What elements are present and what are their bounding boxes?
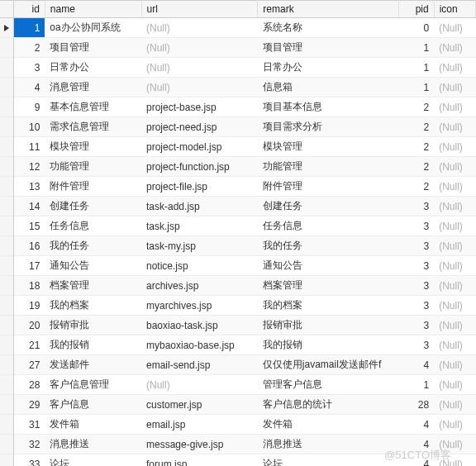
row-marker[interactable] [0, 375, 13, 395]
cell-remark[interactable]: 发件箱 [258, 415, 399, 435]
header-id[interactable]: id [13, 1, 45, 18]
cell-url[interactable]: notice.jsp [141, 256, 258, 276]
cell-icon[interactable]: (Null) [434, 58, 475, 78]
table-row[interactable]: 13附件管理project-file.jsp附件管理2(Null) [0, 177, 476, 197]
cell-id[interactable]: 28 [13, 375, 45, 395]
cell-icon[interactable]: (Null) [434, 157, 475, 177]
cell-icon[interactable]: (Null) [434, 216, 475, 236]
row-marker[interactable] [0, 38, 13, 58]
table-row[interactable]: 10需求信息管理project-need.jsp项目需求分析2(Null) [0, 117, 476, 137]
row-marker[interactable] [0, 454, 13, 467]
row-marker[interactable] [0, 256, 13, 276]
header-name[interactable]: name [45, 1, 141, 18]
cell-id[interactable]: 11 [13, 137, 45, 157]
cell-name[interactable]: 附件管理 [45, 177, 141, 197]
cell-icon[interactable]: (Null) [434, 355, 475, 375]
cell-name[interactable]: 客户信息 [45, 395, 141, 415]
cell-id[interactable]: 18 [13, 276, 45, 296]
table-row[interactable]: 32消息推送message-give.jsp消息推送4(Null) [0, 435, 476, 454]
cell-id[interactable]: 12 [13, 157, 45, 177]
cell-url[interactable]: email.jsp [141, 415, 258, 435]
cell-url[interactable]: (Null) [141, 58, 258, 78]
cell-remark[interactable]: 我的任务 [258, 236, 399, 256]
cell-id[interactable]: 32 [13, 435, 45, 454]
cell-url[interactable]: project-base.jsp [141, 97, 258, 117]
table-row[interactable]: 14创建任务task-add.jsp创建任务3(Null) [0, 197, 476, 216]
cell-remark[interactable]: 消息推送 [258, 435, 399, 454]
cell-remark[interactable]: 附件管理 [258, 177, 399, 197]
cell-id[interactable]: 27 [13, 355, 45, 375]
cell-remark[interactable]: 项目需求分析 [258, 117, 399, 137]
cell-icon[interactable]: (Null) [434, 177, 475, 197]
cell-url[interactable]: project-model.jsp [141, 137, 258, 157]
cell-pid[interactable]: 3 [399, 276, 434, 296]
cell-remark[interactable]: 档案管理 [258, 276, 399, 296]
header-icon[interactable]: icon [434, 1, 475, 18]
cell-pid[interactable]: 28 [399, 395, 434, 415]
cell-url[interactable]: archives.jsp [141, 276, 258, 296]
row-marker[interactable] [0, 415, 13, 435]
table-row[interactable]: 12功能管理project-function.jsp功能管理2(Null) [0, 157, 476, 177]
cell-icon[interactable]: (Null) [434, 78, 475, 97]
cell-id[interactable]: 21 [13, 335, 45, 355]
table-row[interactable]: 29客户信息customer.jsp客户信息的统计28(Null) [0, 395, 476, 415]
header-remark[interactable]: remark [258, 1, 399, 18]
cell-name[interactable]: 项目管理 [45, 38, 141, 58]
row-marker[interactable] [0, 216, 13, 236]
cell-name[interactable]: 基本信息管理 [45, 97, 141, 117]
cell-pid[interactable]: 1 [399, 38, 434, 58]
cell-pid[interactable]: 3 [399, 197, 434, 216]
cell-id[interactable]: 14 [13, 197, 45, 216]
cell-name[interactable]: 模块管理 [45, 137, 141, 157]
cell-name[interactable]: 功能管理 [45, 157, 141, 177]
cell-name[interactable]: 发件箱 [45, 415, 141, 435]
cell-remark[interactable]: 项目管理 [258, 38, 399, 58]
cell-name[interactable]: 论坛 [45, 454, 141, 467]
cell-name[interactable]: 任务信息 [45, 216, 141, 236]
cell-icon[interactable]: (Null) [434, 256, 475, 276]
table-row[interactable]: 18档案管理archives.jsp档案管理3(Null) [0, 276, 476, 296]
cell-icon[interactable]: (Null) [434, 296, 475, 316]
cell-id[interactable]: 29 [13, 395, 45, 415]
cell-url[interactable]: (Null) [141, 38, 258, 58]
row-marker[interactable] [0, 18, 13, 38]
cell-id[interactable]: 15 [13, 216, 45, 236]
cell-pid[interactable]: 4 [399, 355, 434, 375]
cell-icon[interactable]: (Null) [434, 395, 475, 415]
cell-pid[interactable]: 4 [399, 454, 434, 467]
cell-name[interactable]: 报销审批 [45, 316, 141, 335]
cell-id[interactable]: 4 [13, 78, 45, 97]
cell-icon[interactable]: (Null) [434, 435, 475, 454]
cell-id[interactable]: 17 [13, 256, 45, 276]
cell-pid[interactable]: 3 [399, 316, 434, 335]
row-marker[interactable] [0, 97, 13, 117]
row-marker[interactable] [0, 435, 13, 454]
cell-url[interactable]: forum.jsp [141, 454, 258, 467]
cell-url[interactable]: (Null) [141, 78, 258, 97]
cell-remark[interactable]: 创建任务 [258, 197, 399, 216]
cell-pid[interactable]: 1 [399, 58, 434, 78]
cell-remark[interactable]: 项目基本信息 [258, 97, 399, 117]
cell-icon[interactable]: (Null) [434, 117, 475, 137]
cell-url[interactable]: email-send.jsp [141, 355, 258, 375]
table-row[interactable]: 27发送邮件email-send.jsp仅仅使用javamail发送邮件f4(N… [0, 355, 476, 375]
table-row[interactable]: 16我的任务task-my.jsp我的任务3(Null) [0, 236, 476, 256]
cell-id[interactable]: 33 [13, 454, 45, 467]
cell-remark[interactable]: 我的报销 [258, 335, 399, 355]
cell-icon[interactable]: (Null) [434, 375, 475, 395]
cell-url[interactable]: project-function.jsp [141, 157, 258, 177]
cell-icon[interactable]: (Null) [434, 197, 475, 216]
cell-name[interactable]: 需求信息管理 [45, 117, 141, 137]
cell-id[interactable]: 9 [13, 97, 45, 117]
cell-name[interactable]: 客户信息管理 [45, 375, 141, 395]
cell-id[interactable]: 31 [13, 415, 45, 435]
cell-name[interactable]: 消息管理 [45, 78, 141, 97]
cell-url[interactable]: message-give.jsp [141, 435, 258, 454]
row-marker[interactable] [0, 236, 13, 256]
cell-url[interactable]: project-file.jsp [141, 177, 258, 197]
cell-pid[interactable]: 3 [399, 256, 434, 276]
cell-id[interactable]: 13 [13, 177, 45, 197]
cell-url[interactable]: (Null) [141, 18, 258, 38]
cell-pid[interactable]: 2 [399, 177, 434, 197]
row-marker[interactable] [0, 197, 13, 216]
